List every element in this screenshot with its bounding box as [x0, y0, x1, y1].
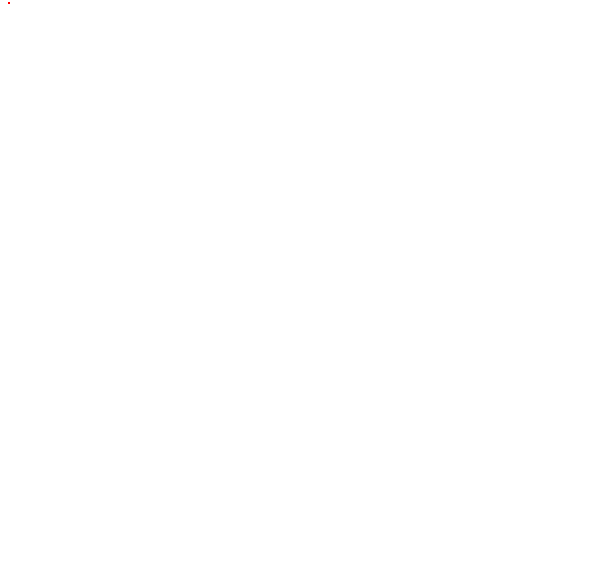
arrow-annotation	[8, 2, 308, 4]
highlight-rectangle	[8, 2, 10, 4]
